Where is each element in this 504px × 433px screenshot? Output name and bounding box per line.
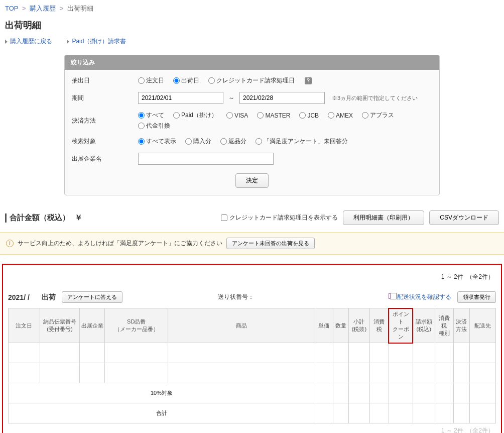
print-detail-button[interactable]: 利用明細書（印刷用） [343,210,424,225]
tax-row: 10%対象 [8,383,495,403]
paid-invoice-link[interactable]: Paid（掛け）請求書 [72,38,126,45]
target-label: 検索対象 [72,137,138,146]
shipment-status: 出荷 [42,293,56,302]
target-return[interactable]: 返品分 [220,137,246,146]
col-header: SD品番（メーカー品番） [105,308,168,343]
shipment-header: 2021/ / 出荷 アンケートに答える 送り状番号： 配送状況を確認する 領収… [3,291,501,308]
show-cc-checkbox[interactable]: クレジットカード請求処理日を表示する [221,213,338,222]
extract-date-ship[interactable]: 出荷日 [173,76,199,85]
total-row: 合計 [8,403,495,423]
csv-download-button[interactable]: CSVダウンロード [429,210,499,225]
date-from-input[interactable] [138,92,223,104]
col-header: 商品 [168,308,315,343]
tracking-label: 送り状番号： [218,293,254,301]
total-row: 合計金額（税込） ￥ クレジットカード請求処理日を表示する 利用明細書（印刷用）… [0,210,504,232]
payment-label: 決済方法 [72,117,138,125]
col-header: ポイントクーポン [389,308,413,343]
answer-survey-button[interactable]: アンケートに答える [62,291,122,303]
breadcrumb-sep: > [60,5,64,12]
period-tilde: ～ [228,94,234,102]
shipment-date: 2021/ / [8,293,30,301]
col-header: 出展企業 [80,308,105,343]
col-header: 決済方法 [454,308,469,343]
view-unanswered-button[interactable]: アンケート未回答の出荷を見る [226,238,315,249]
payment-paid[interactable]: Paid（掛け） [173,111,217,120]
payment-visa[interactable]: VISA [226,112,248,119]
filter-submit-button[interactable]: 決定 [235,173,269,188]
info-icon: i [6,240,14,247]
col-header: 単価 [315,308,333,343]
total-label: 合計金額（税込） [10,213,70,223]
col-header: 請求額(税込) [413,308,435,343]
extract-date-cc[interactable]: クレジットカード請求処理日 [208,76,295,85]
target-survey[interactable]: 「満足度アンケート」未回答分 [256,137,348,146]
table-row [8,363,495,383]
payment-all[interactable]: すべて [138,111,164,120]
company-input[interactable] [138,153,274,165]
col-header: 消費税種別 [435,308,454,343]
check-delivery-link[interactable]: 配送状況を確認する [389,293,451,301]
result-count-bottom: 1 ～ 2件 （全2件） [3,423,501,433]
total-yen: ￥ [75,213,82,223]
target-all[interactable]: すべて表示 [138,137,176,146]
company-label: 出展企業名 [72,155,138,163]
notice-text: サービス向上のため、よろしければ「満足度アンケート」にご協力ください [18,239,222,248]
payment-cod[interactable]: 代金引換 [138,122,170,130]
result-count-top: 1 ～ 2件 （全2件） [3,273,501,291]
breadcrumb-history[interactable]: 購入履歴 [30,5,56,12]
issue-receipt-button[interactable]: 領収書発行 [457,291,496,303]
col-header: 注文日 [8,308,40,343]
col-header: 納品伝票番号(受付番号) [40,308,80,343]
breadcrumb-sep: > [22,5,26,12]
survey-notice: i サービス向上のため、よろしければ「満足度アンケート」にご協力ください アンケ… [0,232,504,255]
target-purchase[interactable]: 購入分 [185,137,211,146]
sub-links: 購入履歴に戻る Paid（掛け）請求書 [0,36,504,55]
bar-icon [5,213,7,223]
arrow-icon [67,40,69,44]
period-note: ※3ヵ月の範囲で指定してください [332,94,418,102]
payment-master[interactable]: MASTER [257,112,290,119]
table-row [8,343,495,363]
date-to-input[interactable] [239,92,325,104]
filter-panel: 絞り込み 抽出日 注文日 出荷日 クレジットカード請求処理日 ? 期間 ～ ※3… [64,55,440,195]
breadcrumb: TOP > 購入履歴 > 出荷明細 [0,0,504,16]
col-header: 消費税 [369,308,389,343]
extract-date-label: 抽出日 [72,76,138,85]
payment-jcb[interactable]: JCB [299,112,319,119]
help-icon[interactable]: ? [305,77,312,84]
detail-table: 注文日納品伝票番号(受付番号)出展企業SD品番（メーカー品番）商品単価数量小計(… [8,308,496,423]
col-header: 小計(税抜) [349,308,370,343]
arrow-icon [5,40,8,44]
back-to-history-link[interactable]: 購入履歴に戻る [10,38,52,45]
extract-date-order[interactable]: 注文日 [138,76,164,85]
filter-header: 絞り込み [65,55,439,70]
col-header: 数量 [333,308,348,343]
breadcrumb-top[interactable]: TOP [5,5,18,12]
external-link-icon [389,293,394,299]
page-title: 出荷明細 [0,16,504,36]
period-label: 期間 [72,94,138,102]
payment-aplus[interactable]: アプラス [362,111,394,120]
col-header: 配送先 [469,308,495,343]
result-highlight-box: 1 ～ 2件 （全2件） 2021/ / 出荷 アンケートに答える 送り状番号：… [2,264,502,433]
payment-amex[interactable]: AMEX [328,112,353,119]
breadcrumb-current: 出荷明細 [67,5,93,12]
